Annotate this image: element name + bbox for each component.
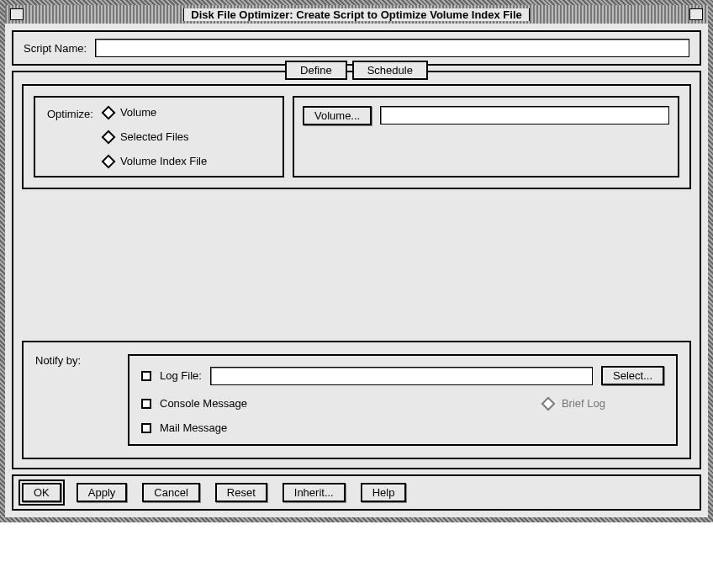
console-message-label: Console Message [160,397,247,410]
minimize-icon[interactable] [689,8,703,20]
cancel-button[interactable]: Cancel [142,483,199,502]
optimize-radio-selected-files[interactable]: Selected Files [103,130,207,143]
diamond-icon [541,396,555,411]
notify-panel: Notify by: Log File: Select... Console M… [22,341,691,459]
window-menu-icon[interactable] [10,8,24,20]
notify-inner: Log File: Select... Console Message Brie… [128,354,678,446]
apply-button[interactable]: Apply [77,483,128,502]
window-title: Disk File Optimizer: Create Script to Op… [183,8,529,21]
mail-message-checkbox[interactable] [141,423,151,433]
log-file-select-button[interactable]: Select... [601,366,664,385]
button-bar: OK Apply Cancel Reset Inherit... Help [12,474,701,511]
client-area: Script Name: Define Schedule Optimize: V… [5,24,708,517]
optimize-label: Optimize: [47,106,93,167]
volume-group: Volume... [293,96,679,177]
log-file-input[interactable] [210,367,593,385]
brief-log-label[interactable]: Brief Log [562,397,605,410]
volume-display [380,106,669,124]
inherit-button[interactable]: Inherit... [283,483,346,502]
notify-label: Notify by: [35,354,111,446]
diamond-icon [101,130,115,144]
mail-message-label: Mail Message [160,421,227,434]
reset-button[interactable]: Reset [215,483,267,502]
optimize-radio-volume-index-file-label: Volume Index File [120,155,207,167]
optimize-radio-volume[interactable]: Volume [103,106,207,119]
optimize-radio-volume-label: Volume [120,106,156,119]
ok-button[interactable]: OK [22,483,61,502]
tab-define[interactable]: Define [285,61,347,80]
log-file-checkbox[interactable] [141,371,151,381]
volume-button[interactable]: Volume... [303,106,372,125]
help-button[interactable]: Help [361,483,407,502]
optimize-radio-selected-files-label: Selected Files [120,130,189,143]
spacer [22,189,691,341]
console-message-checkbox[interactable] [141,399,151,409]
tab-container: Define Schedule Optimize: Volume Selecte… [12,71,701,469]
diamond-icon [101,154,115,168]
log-file-label: Log File: [160,369,202,382]
titlebar: Disk File Optimizer: Create Script to Op… [5,5,708,24]
app-window: Disk File Optimizer: Create Script to Op… [0,0,713,522]
optimize-radio-volume-index-file[interactable]: Volume Index File [103,155,207,167]
tab-schedule[interactable]: Schedule [352,61,428,80]
define-top-group: Optimize: Volume Selected Files Volum [22,84,691,189]
script-name-input[interactable] [95,39,689,57]
diamond-icon [101,105,115,119]
optimize-group: Optimize: Volume Selected Files Volum [34,96,284,177]
script-name-label: Script Name: [24,42,87,55]
